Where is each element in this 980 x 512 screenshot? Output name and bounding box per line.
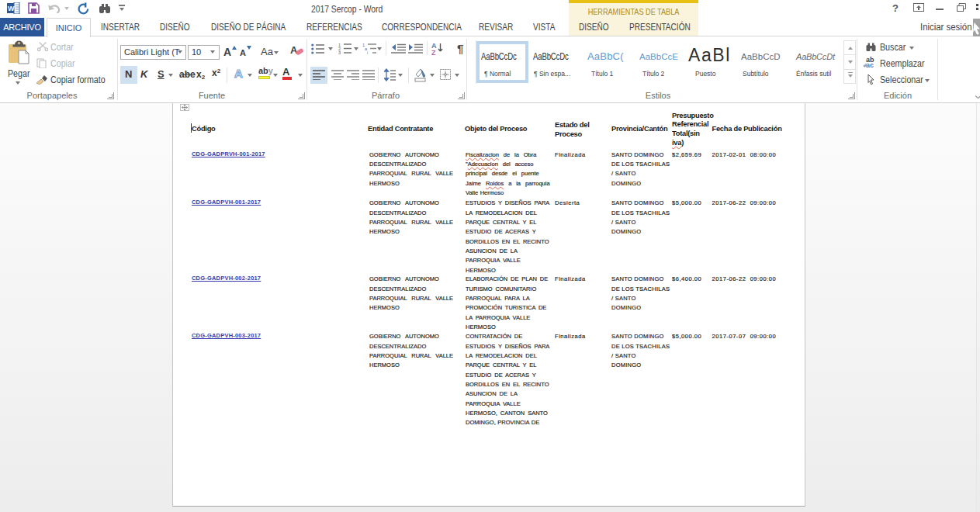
svg-text:i: i [367, 50, 368, 54]
svg-text:Z: Z [431, 49, 436, 55]
svg-text:W: W [8, 5, 15, 12]
svg-text:3: 3 [338, 50, 341, 54]
